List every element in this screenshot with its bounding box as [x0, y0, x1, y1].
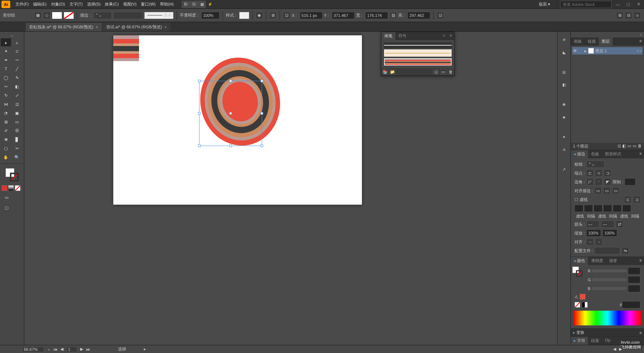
layer-name[interactable]: 图层 1 — [595, 48, 607, 54]
color-swatch[interactable] — [1, 185, 7, 191]
perspective-tool[interactable]: ▣ — [12, 109, 22, 117]
align-center[interactable]: ▭ — [594, 187, 602, 194]
paragraph-tab[interactable]: 段落 — [588, 337, 602, 345]
artboard-nav-input[interactable] — [66, 346, 77, 352]
new-sublayer-icon[interactable]: ▭ — [627, 144, 631, 149]
shaper-tool[interactable]: ✏ — [1, 82, 11, 91]
transform-ref-btn[interactable]: ⊡ — [283, 12, 290, 19]
r-input[interactable] — [628, 267, 640, 275]
gradient-swatch[interactable] — [8, 185, 14, 191]
transform-panel-header[interactable]: ▸ 变换≡ — [571, 329, 644, 336]
flip-profile[interactable]: ⇋ — [622, 247, 629, 254]
g-input[interactable] — [628, 276, 640, 283]
fill-dropdown[interactable] — [52, 12, 62, 19]
gradient-tab[interactable]: 渐变 — [606, 257, 620, 265]
mesh-tool[interactable]: ⊞ — [1, 118, 11, 126]
expand-icon[interactable]: ▸ — [584, 49, 587, 53]
zoom-dropdown-icon[interactable]: ⌄ — [47, 347, 50, 352]
nav-last-icon[interactable]: ⏭ — [86, 347, 90, 352]
none-swatch[interactable] — [574, 302, 580, 308]
delete-layer-icon[interactable]: 🗑 — [638, 144, 642, 149]
dash-input[interactable] — [613, 205, 622, 212]
scroll-left-icon[interactable]: ◀ — [613, 347, 616, 352]
menu-effect[interactable]: 效果(C) — [103, 1, 121, 7]
panel-menu-icon[interactable]: ≡ — [448, 32, 454, 40]
maximize-button[interactable]: ▢ — [624, 2, 632, 7]
graphic-styles-tab[interactable]: 图形样式 — [602, 150, 624, 158]
brush-lib-icon[interactable]: 📚 — [382, 69, 388, 75]
magic-wand-tool[interactable]: ✦ — [1, 47, 11, 55]
graphic-styles-icon[interactable]: ♣ — [560, 113, 569, 121]
panel-menu-icon[interactable]: ≡ — [637, 150, 644, 158]
menu-help[interactable]: 帮助(H) — [158, 1, 176, 7]
type-panel-icon[interactable]: A — [560, 145, 569, 154]
status-dropdown-icon[interactable]: ▸ — [144, 347, 146, 352]
zoom-input[interactable] — [22, 346, 44, 352]
scale-tool[interactable]: ⤢ — [12, 91, 22, 99]
arrow-align-2[interactable]: → — [595, 238, 602, 246]
export-icon[interactable]: ↗ — [560, 165, 569, 174]
color-tab[interactable]: ◂ 颜色 — [571, 257, 588, 265]
layers-tab[interactable]: 图层 — [599, 38, 613, 46]
brush-folder-icon[interactable]: 📁 — [389, 69, 395, 75]
nav-prev-icon[interactable]: ◀ — [60, 347, 63, 352]
color-guide-icon[interactable]: ◣ — [560, 48, 569, 57]
curvature-tool[interactable]: 〜 — [12, 56, 22, 64]
align-outside[interactable]: ▭ — [612, 187, 619, 194]
stroke-swatch[interactable] — [64, 12, 74, 19]
recolor-btn[interactable]: ◉ — [256, 12, 263, 19]
dashed-checkbox[interactable]: ☐ — [574, 197, 578, 202]
eraser-tool[interactable]: ◧ — [12, 82, 22, 91]
close-button[interactable]: ✕ — [634, 2, 643, 7]
width-tool[interactable]: ⋈ — [1, 100, 11, 108]
menu-select[interactable]: 选择(S) — [85, 1, 103, 7]
dash-align1[interactable]: ⊏ — [624, 196, 631, 203]
links-tab[interactable]: 链接 — [585, 38, 599, 46]
menu-object[interactable]: 对象(O) — [49, 1, 67, 7]
locate-icon[interactable]: ⊡ — [618, 144, 621, 149]
panel-toggle-2[interactable]: ⊟ — [625, 12, 632, 19]
style-dropdown[interactable] — [239, 12, 249, 19]
workspace-switcher[interactable]: 版面 ▾ — [537, 1, 552, 7]
color-spectrum[interactable] — [574, 311, 641, 325]
limit-input[interactable] — [625, 178, 636, 186]
isolate-btn[interactable]: ⊡ — [437, 12, 444, 19]
panel-toggle-1[interactable]: ⊞ — [616, 12, 623, 19]
new-layer-icon[interactable]: ▭ — [633, 144, 636, 149]
arrow-start[interactable]: — — [586, 220, 599, 228]
menu-view[interactable]: 视图(V) — [121, 1, 139, 7]
eyedropper-tool[interactable]: ✐ — [1, 127, 11, 135]
slice-tool[interactable]: ✂ — [12, 144, 22, 152]
swap-arrows[interactable]: ⇄ — [616, 220, 623, 228]
opentype-tab[interactable]: Op — [602, 337, 613, 345]
free-transform-tool[interactable]: ⊡ — [12, 100, 22, 108]
cap-round[interactable]: ⊂ — [595, 169, 602, 177]
transparency-tab[interactable]: 透明度 — [588, 257, 606, 265]
minimize-button[interactable]: — — [614, 2, 622, 7]
brush-item[interactable] — [384, 49, 452, 57]
gap-input[interactable] — [622, 205, 631, 212]
align-inside[interactable]: ▭ — [603, 187, 611, 194]
symbol-sprayer-tool[interactable]: ❋ — [1, 135, 11, 144]
dash-align2[interactable]: ⊐ — [633, 196, 640, 203]
none-swatch[interactable] — [15, 185, 21, 191]
delete-brush-icon[interactable]: 🗑 — [448, 69, 453, 75]
cap-proj[interactable]: ⊐ — [604, 169, 611, 177]
stroke-width-profile[interactable] — [113, 12, 143, 19]
collapse-panels-icon[interactable]: » — [571, 32, 644, 38]
arrange-icon[interactable]: ▦ — [198, 1, 206, 8]
shape-builder-tool[interactable]: ◔ — [1, 109, 11, 117]
make-clip-icon[interactable]: ◧ — [622, 144, 626, 149]
hex-input[interactable] — [622, 301, 640, 308]
canvas[interactable]: 画笔 符号 » ≡ 📚 📁 ⊡ ▭ 🗑 — [24, 32, 557, 345]
stroke-tab[interactable]: ◂ 描边 — [571, 150, 588, 158]
type-tool[interactable]: T — [1, 65, 11, 73]
symbols-tab[interactable]: 符号 — [395, 32, 409, 40]
b-input[interactable] — [628, 285, 640, 292]
current-color-swatch[interactable] — [580, 294, 586, 300]
dash-input[interactable] — [574, 205, 583, 212]
tab-close-icon[interactable]: × — [164, 25, 167, 30]
panel-menu-icon[interactable]: ≡ — [637, 257, 644, 265]
character-tab[interactable]: ▸ 字符 — [571, 337, 588, 345]
graph-tool[interactable]: ▊ — [12, 135, 22, 144]
